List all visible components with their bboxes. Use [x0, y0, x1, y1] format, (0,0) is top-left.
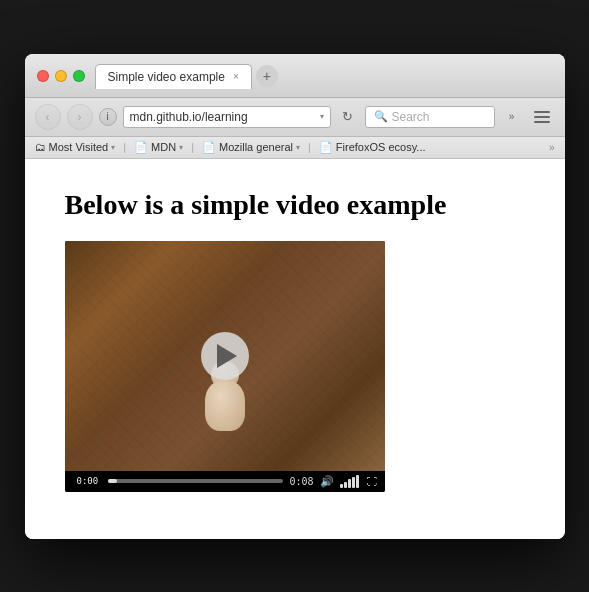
- video-controls: 0:00 0:08 🔊 ⛶: [65, 471, 385, 492]
- bookmark-separator-2: |: [191, 141, 194, 153]
- play-icon: [217, 344, 237, 368]
- bookmarks-bar: 🗂 Most Visited ▾ | 📄 MDN ▾ | 📄 Mozilla g…: [25, 137, 565, 159]
- volume-button[interactable]: 🔊: [320, 475, 334, 488]
- vol-bar-3: [348, 479, 351, 488]
- firefoxos-icon: 📄: [319, 141, 333, 154]
- most-visited-icon: 🗂: [35, 141, 46, 153]
- minimize-button[interactable]: [55, 70, 67, 82]
- menu-icon-line2: [534, 116, 550, 118]
- tab-close-button[interactable]: ×: [233, 71, 239, 82]
- search-icon: 🔍: [374, 110, 388, 123]
- nav-overflow-button[interactable]: »: [501, 106, 523, 128]
- active-tab[interactable]: Simple video example ×: [95, 64, 252, 89]
- forward-icon: ›: [78, 110, 82, 124]
- mozilla-label: Mozilla general: [219, 141, 293, 153]
- mozilla-dropdown-icon: ▾: [296, 143, 300, 152]
- page-heading: Below is a simple video example: [65, 189, 525, 221]
- bookmark-separator-1: |: [123, 141, 126, 153]
- volume-indicator: [340, 475, 359, 488]
- refresh-button[interactable]: ↻: [337, 106, 359, 128]
- fullscreen-button[interactable]: ⛶: [367, 476, 377, 487]
- most-visited-dropdown-icon: ▾: [111, 143, 115, 152]
- vol-bar-4: [352, 477, 355, 488]
- mdn-icon: 📄: [134, 141, 148, 154]
- info-icon: i: [106, 111, 108, 122]
- menu-icon-line3: [534, 121, 550, 123]
- clay-body: [205, 381, 245, 431]
- forward-button[interactable]: ›: [67, 104, 93, 130]
- bookmark-most-visited[interactable]: 🗂 Most Visited ▾: [35, 141, 116, 153]
- nav-bar: ‹ › i mdn.github.io/learning ▾ ↻ 🔍 Searc…: [25, 98, 565, 137]
- most-visited-label: Most Visited: [49, 141, 109, 153]
- tab-area: Simple video example × +: [95, 64, 553, 89]
- bookmark-mozilla[interactable]: 📄 Mozilla general ▾: [202, 141, 300, 154]
- page-content: Below is a simple video example 0:00: [25, 159, 565, 539]
- progress-bar[interactable]: [108, 479, 283, 483]
- menu-button[interactable]: [529, 104, 555, 130]
- mdn-label: MDN: [151, 141, 176, 153]
- mdn-dropdown-icon: ▾: [179, 143, 183, 152]
- video-player[interactable]: 0:00 0:08 🔊 ⛶: [65, 241, 385, 492]
- info-button[interactable]: i: [99, 108, 117, 126]
- total-time: 0:08: [289, 476, 313, 487]
- url-dropdown-icon: ▾: [320, 112, 324, 121]
- back-icon: ‹: [46, 110, 50, 124]
- refresh-icon: ↻: [342, 109, 353, 124]
- close-button[interactable]: [37, 70, 49, 82]
- clay-figure: [205, 381, 245, 431]
- video-thumbnail[interactable]: [65, 241, 385, 471]
- maximize-button[interactable]: [73, 70, 85, 82]
- progress-fill: [108, 479, 117, 483]
- overflow-icon: »: [509, 111, 515, 122]
- mozilla-icon: 📄: [202, 141, 216, 154]
- browser-window: Simple video example × + ‹ › i mdn.githu…: [25, 54, 565, 539]
- tab-title: Simple video example: [108, 70, 225, 84]
- search-placeholder: Search: [392, 110, 430, 124]
- menu-icon-line1: [534, 111, 550, 113]
- vol-bar-5: [356, 475, 359, 488]
- url-bar[interactable]: mdn.github.io/learning ▾: [123, 106, 331, 128]
- bookmark-mdn[interactable]: 📄 MDN ▾: [134, 141, 183, 154]
- bookmark-separator-3: |: [308, 141, 311, 153]
- new-tab-button[interactable]: +: [256, 65, 278, 87]
- play-button[interactable]: [201, 332, 249, 380]
- current-time: 0:00: [73, 475, 103, 487]
- url-text: mdn.github.io/learning: [130, 110, 316, 124]
- vol-bar-1: [340, 484, 343, 488]
- bookmarks-overflow-button[interactable]: »: [549, 142, 555, 153]
- firefoxos-label: FirefoxOS ecosy...: [336, 141, 426, 153]
- title-bar: Simple video example × +: [25, 54, 565, 98]
- search-bar[interactable]: 🔍 Search: [365, 106, 495, 128]
- bookmark-firefoxos[interactable]: 📄 FirefoxOS ecosy...: [319, 141, 426, 154]
- vol-bar-2: [344, 482, 347, 488]
- traffic-lights: [37, 70, 85, 82]
- back-button[interactable]: ‹: [35, 104, 61, 130]
